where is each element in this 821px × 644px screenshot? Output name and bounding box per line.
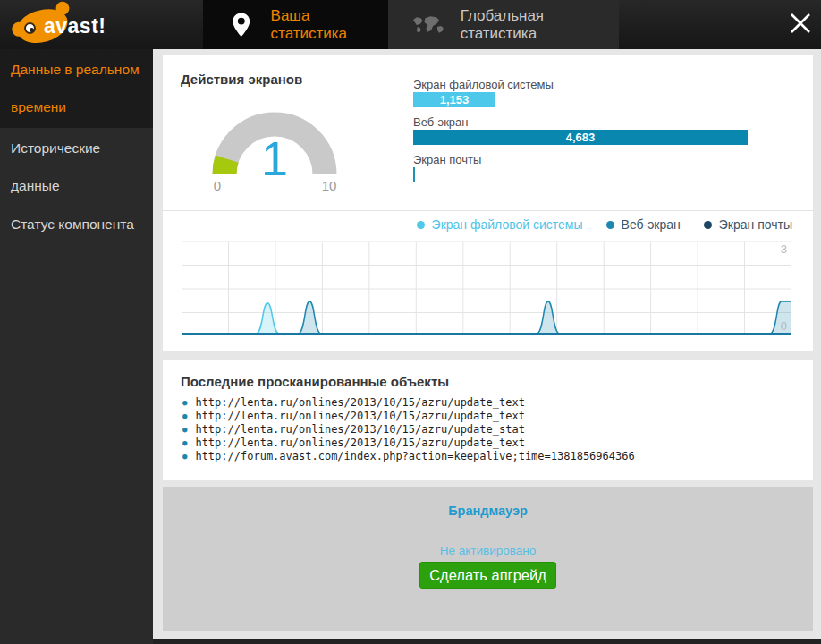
- title-bar: avast! Ваша статистика Глобальная статис…: [0, 0, 821, 49]
- gauge-value: 1: [248, 131, 301, 186]
- bar-label-filesystem: Экран файловой системы: [413, 77, 748, 92]
- world-map-icon: [411, 14, 446, 36]
- bar-label-web: Веб-экран: [413, 114, 748, 130]
- avast-logo-text: avast!: [44, 14, 106, 38]
- legend-label-filesystem: Экран файловой системы: [432, 217, 583, 232]
- gauge-max-label: 10: [314, 178, 344, 193]
- scanned-object-url: http://forum.avast.com/index.php?action=…: [182, 450, 635, 463]
- scanned-object-url: http://lenta.ru/onlines/2013/10/15/azru/…: [182, 410, 635, 423]
- svg-text:0: 0: [781, 319, 787, 333]
- scanned-object-url: http://lenta.ru/onlines/2013/10/15/azru/…: [182, 423, 635, 436]
- tab-your-statistics[interactable]: Ваша статистика: [203, 0, 388, 49]
- avast-logo-eye-icon: [24, 22, 36, 34]
- realtime-activity-chart: 30: [182, 238, 791, 336]
- tab-global-statistics-label: Глобальная статистика: [461, 7, 619, 43]
- upgrade-button[interactable]: Сделать апгрейд: [419, 562, 556, 589]
- firewall-title: Брандмауэр: [163, 504, 813, 518]
- legend-label-mail: Экран почты: [719, 217, 792, 232]
- sidebar-item-historical-data[interactable]: Исторические данные: [0, 128, 153, 207]
- bar-web: 4,683: [413, 130, 748, 145]
- legend-item-web[interactable]: Веб-экран: [606, 217, 681, 232]
- chart-legend: Экран файловой системы Веб-экран Экран п…: [417, 217, 792, 232]
- bar-label-mail: Экран почты: [413, 152, 748, 167]
- legend-item-mail[interactable]: Экран почты: [704, 217, 792, 232]
- scanned-object-url: http://lenta.ru/onlines/2013/10/15/azru/…: [182, 396, 635, 410]
- firewall-status: Не активировано: [163, 544, 813, 557]
- scanned-objects-title: Последние просканированные объекты: [181, 374, 449, 389]
- screen-activity-bars: Экран файловой системы 1,153 Веб-экран 4…: [413, 77, 748, 190]
- screen-actions-panel: Действия экранов 1 0 10 Экран файловой с…: [163, 55, 813, 351]
- bar-group-mail: Экран почты: [413, 152, 748, 182]
- gauge-min-label: 0: [202, 178, 233, 193]
- svg-text:3: 3: [781, 242, 787, 256]
- close-button[interactable]: [789, 12, 812, 35]
- screen-actions-title: Действия экранов: [181, 72, 302, 87]
- section-divider: [163, 210, 813, 211]
- legend-dot-mail-icon: [704, 221, 712, 229]
- firewall-panel: Брандмауэр Не активировано Сделать апгре…: [163, 487, 813, 631]
- bar-group-web: Веб-экран 4,683: [413, 114, 748, 145]
- window-bottom-edge: [153, 639, 821, 644]
- bar-mail: [413, 167, 415, 182]
- tab-your-statistics-label: Ваша статистика: [271, 7, 388, 43]
- location-pin-icon: [232, 12, 251, 38]
- legend-item-filesystem[interactable]: Экран файловой системы: [417, 217, 583, 232]
- sidebar-item-realtime-data[interactable]: Данные в реальном времени: [0, 49, 153, 128]
- scanned-objects-panel: Последние просканированные объекты http:…: [163, 360, 813, 480]
- tab-global-statistics[interactable]: Глобальная статистика: [388, 0, 619, 49]
- bar-filesystem: 1,153: [413, 92, 495, 107]
- sidebar: Данные в реальном времени Исторические д…: [0, 49, 153, 644]
- legend-dot-filesystem-icon: [417, 221, 425, 229]
- legend-dot-web-icon: [606, 221, 614, 229]
- sidebar-item-component-status[interactable]: Статус компонента: [0, 204, 153, 245]
- close-icon: [789, 12, 812, 35]
- bar-group-filesystem: Экран файловой системы 1,153: [413, 77, 748, 107]
- avast-logo: avast!: [14, 4, 131, 46]
- scanned-objects-list: http://lenta.ru/onlines/2013/10/15/azru/…: [182, 396, 635, 463]
- scanned-object-url: http://lenta.ru/onlines/2013/10/15/azru/…: [182, 436, 635, 450]
- avast-statistics-window: avast! Ваша статистика Глобальная статис…: [0, 0, 821, 644]
- legend-label-web: Веб-экран: [622, 217, 681, 232]
